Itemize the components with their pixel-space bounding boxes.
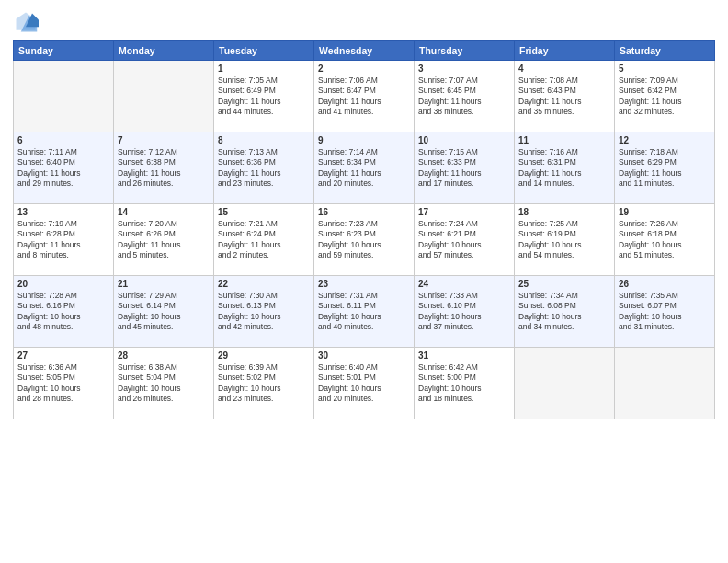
- calendar-cell: 12Sunrise: 7:18 AM Sunset: 6:29 PM Dayli…: [615, 132, 715, 204]
- day-info: Sunrise: 7:05 AM Sunset: 6:49 PM Dayligh…: [218, 75, 310, 118]
- calendar-cell: [114, 61, 214, 132]
- day-number: 6: [17, 135, 109, 145]
- calendar-cell: 1Sunrise: 7:05 AM Sunset: 6:49 PM Daylig…: [214, 61, 314, 132]
- day-info: Sunrise: 7:25 AM Sunset: 6:19 PM Dayligh…: [518, 219, 610, 261]
- day-info: Sunrise: 7:34 AM Sunset: 6:08 PM Dayligh…: [518, 291, 610, 333]
- day-number: 25: [518, 279, 610, 289]
- day-info: Sunrise: 7:16 AM Sunset: 6:31 PM Dayligh…: [518, 147, 610, 190]
- day-number: 20: [17, 279, 109, 289]
- calendar-cell: 16Sunrise: 7:23 AM Sunset: 6:23 PM Dayli…: [314, 204, 415, 276]
- day-number: 23: [318, 279, 410, 289]
- day-number: 24: [418, 279, 510, 289]
- day-info: Sunrise: 7:33 AM Sunset: 6:10 PM Dayligh…: [418, 291, 510, 333]
- day-number: 10: [418, 135, 510, 145]
- day-info: Sunrise: 6:36 AM Sunset: 5:05 PM Dayligh…: [17, 362, 109, 405]
- day-info: Sunrise: 7:15 AM Sunset: 6:33 PM Dayligh…: [418, 147, 510, 190]
- calendar-cell: [14, 61, 114, 132]
- day-number: 2: [318, 63, 410, 74]
- day-info: Sunrise: 7:13 AM Sunset: 6:36 PM Dayligh…: [218, 147, 310, 190]
- calendar-cell: 3Sunrise: 7:07 AM Sunset: 6:45 PM Daylig…: [415, 61, 515, 132]
- calendar-cell: [515, 348, 615, 419]
- calendar-cell: 9Sunrise: 7:14 AM Sunset: 6:34 PM Daylig…: [314, 132, 415, 204]
- day-info: Sunrise: 7:26 AM Sunset: 6:18 PM Dayligh…: [619, 219, 711, 261]
- calendar-cell: 31Sunrise: 6:42 AM Sunset: 5:00 PM Dayli…: [415, 348, 515, 419]
- weekday-header-row: SundayMondayTuesdayWednesdayThursdayFrid…: [14, 41, 715, 61]
- calendar-cell: 8Sunrise: 7:13 AM Sunset: 6:36 PM Daylig…: [214, 132, 314, 204]
- calendar-cell: 18Sunrise: 7:25 AM Sunset: 6:19 PM Dayli…: [515, 204, 615, 276]
- day-number: 11: [518, 135, 610, 145]
- day-number: 5: [619, 63, 711, 74]
- day-info: Sunrise: 7:31 AM Sunset: 6:11 PM Dayligh…: [318, 291, 410, 333]
- day-info: Sunrise: 7:19 AM Sunset: 6:28 PM Dayligh…: [17, 219, 109, 261]
- day-number: 30: [318, 350, 410, 361]
- day-info: Sunrise: 7:07 AM Sunset: 6:45 PM Dayligh…: [418, 75, 510, 118]
- calendar-cell: 19Sunrise: 7:26 AM Sunset: 6:18 PM Dayli…: [615, 204, 715, 276]
- weekday-header-sunday: Sunday: [14, 41, 114, 61]
- day-number: 14: [118, 207, 210, 217]
- calendar-cell: 25Sunrise: 7:34 AM Sunset: 6:08 PM Dayli…: [515, 276, 615, 348]
- calendar-cell: 4Sunrise: 7:08 AM Sunset: 6:43 PM Daylig…: [515, 61, 615, 132]
- day-number: 26: [619, 279, 711, 289]
- weekday-header-tuesday: Tuesday: [214, 41, 314, 61]
- day-info: Sunrise: 7:18 AM Sunset: 6:29 PM Dayligh…: [619, 147, 711, 190]
- day-number: 8: [218, 135, 310, 145]
- calendar-cell: 26Sunrise: 7:35 AM Sunset: 6:07 PM Dayli…: [615, 276, 715, 348]
- day-number: 1: [218, 63, 310, 74]
- day-number: 31: [418, 350, 510, 361]
- day-info: Sunrise: 7:21 AM Sunset: 6:24 PM Dayligh…: [218, 219, 310, 261]
- weekday-header-monday: Monday: [114, 41, 214, 61]
- calendar-cell: 24Sunrise: 7:33 AM Sunset: 6:10 PM Dayli…: [415, 276, 515, 348]
- calendar-cell: 22Sunrise: 7:30 AM Sunset: 6:13 PM Dayli…: [214, 276, 314, 348]
- day-number: 27: [17, 350, 109, 361]
- day-number: 12: [619, 135, 711, 145]
- day-number: 29: [218, 350, 310, 361]
- calendar-cell: 11Sunrise: 7:16 AM Sunset: 6:31 PM Dayli…: [515, 132, 615, 204]
- day-info: Sunrise: 7:12 AM Sunset: 6:38 PM Dayligh…: [118, 147, 210, 190]
- page: SundayMondayTuesdayWednesdayThursdayFrid…: [0, 0, 728, 563]
- weekday-header-saturday: Saturday: [615, 41, 715, 61]
- day-number: 13: [17, 207, 109, 217]
- calendar-week-row: 6Sunrise: 7:11 AM Sunset: 6:40 PM Daylig…: [14, 132, 715, 204]
- day-number: 19: [619, 207, 711, 217]
- calendar-week-row: 1Sunrise: 7:05 AM Sunset: 6:49 PM Daylig…: [14, 61, 715, 132]
- day-number: 15: [218, 207, 310, 217]
- day-info: Sunrise: 7:20 AM Sunset: 6:26 PM Dayligh…: [118, 219, 210, 261]
- calendar-cell: [615, 348, 715, 419]
- day-info: Sunrise: 6:38 AM Sunset: 5:04 PM Dayligh…: [118, 362, 210, 405]
- day-info: Sunrise: 7:35 AM Sunset: 6:07 PM Dayligh…: [619, 291, 711, 333]
- calendar-cell: 14Sunrise: 7:20 AM Sunset: 6:26 PM Dayli…: [114, 204, 214, 276]
- calendar-cell: 7Sunrise: 7:12 AM Sunset: 6:38 PM Daylig…: [114, 132, 214, 204]
- calendar-cell: 21Sunrise: 7:29 AM Sunset: 6:14 PM Dayli…: [114, 276, 214, 348]
- day-info: Sunrise: 7:06 AM Sunset: 6:47 PM Dayligh…: [318, 75, 410, 118]
- day-number: 17: [418, 207, 510, 217]
- weekday-header-thursday: Thursday: [415, 41, 515, 61]
- calendar-cell: 28Sunrise: 6:38 AM Sunset: 5:04 PM Dayli…: [114, 348, 214, 419]
- day-number: 21: [118, 279, 210, 289]
- header: [13, 9, 715, 35]
- calendar-week-row: 13Sunrise: 7:19 AM Sunset: 6:28 PM Dayli…: [14, 204, 715, 276]
- logo-icon: [13, 9, 39, 35]
- logo: [13, 9, 42, 35]
- calendar-cell: 29Sunrise: 6:39 AM Sunset: 5:02 PM Dayli…: [214, 348, 314, 419]
- calendar-cell: 20Sunrise: 7:28 AM Sunset: 6:16 PM Dayli…: [14, 276, 114, 348]
- day-number: 4: [518, 63, 610, 74]
- day-number: 22: [218, 279, 310, 289]
- calendar-cell: 5Sunrise: 7:09 AM Sunset: 6:42 PM Daylig…: [615, 61, 715, 132]
- calendar-cell: 10Sunrise: 7:15 AM Sunset: 6:33 PM Dayli…: [415, 132, 515, 204]
- day-info: Sunrise: 7:11 AM Sunset: 6:40 PM Dayligh…: [17, 147, 109, 190]
- day-number: 28: [118, 350, 210, 361]
- calendar-cell: 23Sunrise: 7:31 AM Sunset: 6:11 PM Dayli…: [314, 276, 415, 348]
- day-info: Sunrise: 7:24 AM Sunset: 6:21 PM Dayligh…: [418, 219, 510, 261]
- weekday-header-wednesday: Wednesday: [314, 41, 415, 61]
- day-info: Sunrise: 7:09 AM Sunset: 6:42 PM Dayligh…: [619, 75, 711, 118]
- calendar-table: SundayMondayTuesdayWednesdayThursdayFrid…: [13, 40, 715, 419]
- day-info: Sunrise: 7:08 AM Sunset: 6:43 PM Dayligh…: [518, 75, 610, 118]
- day-number: 16: [318, 207, 410, 217]
- day-number: 9: [318, 135, 410, 145]
- calendar-cell: 27Sunrise: 6:36 AM Sunset: 5:05 PM Dayli…: [14, 348, 114, 419]
- calendar-cell: 6Sunrise: 7:11 AM Sunset: 6:40 PM Daylig…: [14, 132, 114, 204]
- day-number: 3: [418, 63, 510, 74]
- day-number: 7: [118, 135, 210, 145]
- calendar-cell: 30Sunrise: 6:40 AM Sunset: 5:01 PM Dayli…: [314, 348, 415, 419]
- day-number: 18: [518, 207, 610, 217]
